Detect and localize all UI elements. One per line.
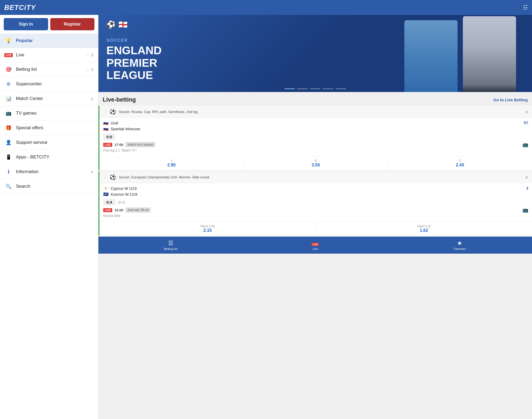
live-count: 0	[91, 53, 93, 57]
match-2-team1-name: Cyprus W U19	[111, 186, 137, 191]
match-1-odd-2-label: 2	[459, 159, 461, 163]
banner-title: ENGLAND PREMIER LEAGUE	[106, 44, 162, 81]
match-1-odd-x-value: 3.50	[311, 163, 320, 167]
bottom-nav-live[interactable]: LIVE Live	[243, 238, 387, 253]
go-to-live-betting-link[interactable]: Go to Live Betting	[493, 98, 528, 102]
match-2-chevron-icon: ∧	[525, 175, 528, 180]
match-1-star-icon[interactable]: ☆	[103, 109, 107, 115]
live-star-icon[interactable]: ☆	[85, 53, 89, 58]
information-icon: ℹ	[5, 169, 12, 175]
betting-list-icon: 🎯	[5, 66, 12, 72]
sidebar-item-support[interactable]: 👤 Support service	[0, 135, 98, 150]
match-2-team2-row: 🇽🇰 Kosovo W U19	[103, 192, 526, 197]
sidebar-item-label: Betting list	[16, 67, 85, 72]
banner-dots	[284, 88, 346, 89]
banner-players	[228, 15, 532, 92]
match-1-odd-2[interactable]: 2 2.45	[388, 156, 532, 170]
sidebar-item-supercombo[interactable]: ⚙ Supercombo	[0, 77, 98, 91]
match-2-details: 🇨🇾 Cyprus W U19 🇽🇰 Kosovo W U19 3 0:4 (0…	[99, 183, 532, 219]
sidebar-item-tv-games[interactable]: 📺 TV games	[0, 106, 98, 121]
match-2-group-title: Soccer. European Championship U19. Women…	[119, 175, 525, 179]
supercombo-icon: ⚙	[5, 81, 12, 87]
match-1-status-text: Match isn't started	[125, 142, 155, 147]
bottom-live-badge: LIVE	[311, 243, 319, 246]
match-1-live-tag: LIVE	[103, 143, 112, 147]
match-2-star-icon[interactable]: ☆	[103, 174, 107, 180]
match-center-icon: 📊	[5, 96, 12, 102]
match-1-team1-flag: 🇷🇺	[103, 120, 109, 125]
sidebar-item-label: TV games	[16, 111, 93, 116]
match-1-team1-row: 🇷🇺 Ural	[103, 120, 524, 125]
match-1-team2-name: Spartak Moscow	[111, 127, 140, 131]
match-1-odd-1[interactable]: 1 2.95	[99, 156, 244, 170]
match-2-teams: 🇨🇾 Cyprus W U19 🇽🇰 Kosovo W U19	[103, 186, 526, 197]
sidebar-item-label: Match Center	[16, 96, 89, 101]
popular-icon: 💡	[5, 38, 12, 44]
bottom-nav-betting-list[interactable]: ☰ Betting list	[98, 238, 243, 253]
match-1-odd-x[interactable]: X 3.50	[244, 156, 388, 170]
apps-icon: 📱	[5, 154, 12, 160]
sidebar-item-information[interactable]: ℹ Information ∨	[0, 165, 98, 179]
match-2-team2-flag: 🇽🇰	[103, 192, 109, 197]
sidebar-item-label: Support service	[16, 140, 93, 145]
sidebar-item-betting-list[interactable]: 🎯 Betting list ☆ 0	[0, 62, 98, 77]
sidebar-item-label: Search	[16, 184, 93, 189]
sidebar: Sign In Register 💡 Popular LIVE Live ☆ 0…	[0, 15, 98, 419]
bottom-favorites-icon: ★	[457, 240, 462, 247]
match-1-team1-name: Ural	[111, 121, 118, 125]
match-1-sport-icon: ⚽	[110, 108, 116, 115]
sidebar-item-match-center[interactable]: 📊 Match Center ∨	[0, 91, 98, 106]
live-count-area: ☆ 0	[85, 53, 93, 58]
match-1-odd-x-label: X	[315, 159, 317, 163]
bottom-live-icon: LIVE	[311, 240, 319, 247]
sidebar-item-live[interactable]: LIVE Live ☆ 0	[0, 48, 98, 62]
england-flag-icon: 🏴󠁧󠁢󠁥󠁮󠁧󠁿	[118, 20, 128, 29]
sidebar-item-apps[interactable]: 📱 Apps - BETCITY	[0, 150, 98, 165]
live-badge: LIVE	[4, 53, 13, 57]
match-2-sport-icon: ⚽	[110, 174, 116, 180]
live-icon: LIVE	[5, 53, 12, 57]
settings-icon[interactable]: ☷	[523, 4, 528, 11]
match-1-teams: 🇷🇺 Ural 🇷🇺 Spartak Moscow	[103, 120, 524, 131]
match-1-tv-icon: 📺	[522, 142, 528, 148]
bottom-betting-list-label: Betting list	[164, 247, 177, 250]
match-2-odd-han2[interactable]: Han2 (-4) 1.62	[316, 222, 532, 236]
match-1-first-leg: First leg 1:1 "Match TV"	[103, 149, 528, 152]
match-1-count[interactable]: 57	[524, 120, 528, 125]
soccer-ball-icon: ⚽	[106, 20, 116, 29]
match-1-details: 🇷🇺 Ural 🇷🇺 Spartak Moscow 57 0:0 LIVE	[99, 118, 532, 153]
match-1-odd-1-value: 2.95	[167, 163, 176, 167]
promo-banner: ⚽ 🏴󠁧󠁢󠁥󠁮󠁧󠁿 SOCCER ENGLAND PREMIER LEAGUE	[98, 15, 532, 92]
match-1-chevron-icon: ∧	[525, 109, 528, 114]
sidebar-item-popular[interactable]: 💡 Popular	[0, 33, 98, 48]
sidebar-item-label: Apps - BETCITY	[16, 154, 93, 160]
match-2-status-text: 2nd half, 89:44	[125, 207, 151, 213]
sidebar-item-search[interactable]: 🔍 Search	[0, 179, 98, 194]
match-group-1: ☆ ⚽ Soccer. Russia. Cup. RPL path. Semif…	[98, 106, 532, 170]
match-2-odd-han1-value: 2.15	[203, 228, 212, 233]
bottom-favorites-label: Favorites	[454, 247, 466, 250]
bottom-nav-favorites[interactable]: ★ Favorites	[388, 238, 532, 253]
match-1-odd-2-value: 2.45	[456, 163, 464, 167]
support-icon: 👤	[5, 140, 12, 145]
tv-games-icon: 📺	[5, 110, 12, 116]
sidebar-item-label: Special offers	[16, 125, 93, 131]
sign-in-button[interactable]: Sign In	[4, 18, 48, 30]
match-2-score-detail: (0:2)	[118, 200, 125, 204]
special-offers-icon: 🎁	[5, 125, 12, 131]
match-1-score-row: 0:0	[103, 133, 528, 140]
live-betting-title: Live-betting	[103, 96, 136, 103]
match-2-team1-flag: 🇨🇾	[103, 186, 109, 191]
match-1-odd-1-label: 1	[171, 159, 172, 163]
register-button[interactable]: Register	[50, 18, 95, 30]
information-chevron-icon: ∨	[91, 170, 93, 174]
match-2-odd-han1[interactable]: Han1 (+4) 2.15	[99, 222, 316, 236]
betting-list-star-icon[interactable]: ☆	[85, 67, 89, 72]
sidebar-item-special-offers[interactable]: 🎁 Special offers	[0, 121, 98, 135]
auth-buttons: Sign In Register	[0, 15, 98, 33]
betting-list-count: 0	[91, 67, 93, 72]
sidebar-item-label: Information	[16, 169, 89, 174]
sidebar-item-label: Popular	[16, 38, 93, 43]
app-logo: BETCiTY	[4, 3, 36, 12]
match-2-count[interactable]: 3	[526, 186, 528, 190]
